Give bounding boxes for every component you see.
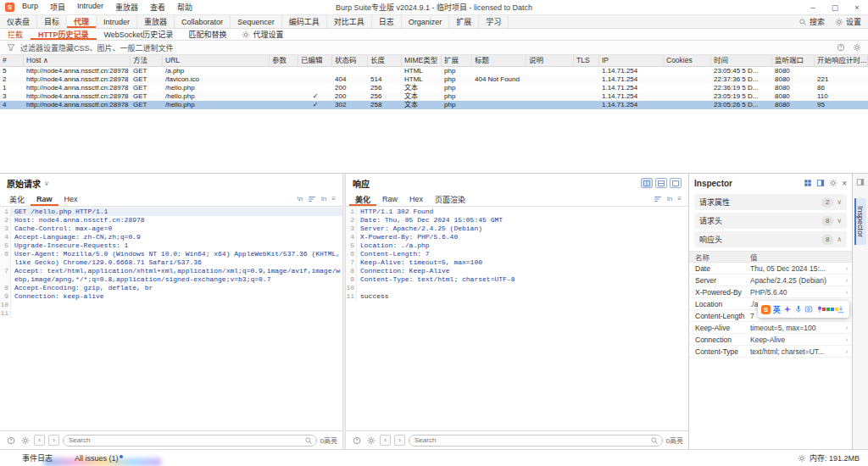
header-row[interactable]: X-Powered-ByPHP/5.6.40›: [689, 286, 852, 298]
download-icon[interactable]: [837, 304, 846, 314]
screenshot-icon[interactable]: [804, 304, 814, 314]
column-header-方法[interactable]: 方法: [131, 55, 163, 66]
table-row[interactable]: 1http://node4.anna.nssctf.cn:28978GET/he…: [0, 84, 868, 92]
close-button[interactable]: ×: [846, 0, 868, 14]
all-issues-button[interactable]: All issues (1): [75, 454, 123, 463]
main-tab-对比工具[interactable]: 对比工具: [327, 15, 372, 28]
help-icon[interactable]: [353, 436, 361, 445]
main-tab-扩展[interactable]: 扩展: [449, 15, 479, 28]
layout-single-icon[interactable]: [670, 178, 682, 188]
column-header-状态码[interactable]: 状态码: [332, 55, 368, 66]
main-tab-学习[interactable]: 学习: [479, 15, 509, 28]
previous-match-button[interactable]: ‹: [34, 435, 45, 446]
column-header-TLS[interactable]: TLS: [574, 55, 599, 66]
table-row[interactable]: 4http://node4.anna.nssctf.cn:28978GET/he…: [0, 101, 868, 109]
column-header-长度[interactable]: 长度: [368, 55, 402, 66]
column-header-URL[interactable]: URL: [163, 55, 270, 66]
translate-en-icon[interactable]: 英: [772, 304, 782, 314]
main-tab-重放器[interactable]: 重放器: [137, 15, 175, 28]
main-tab-仪表盘[interactable]: 仪表盘: [0, 15, 37, 28]
next-match-button[interactable]: ›: [394, 435, 405, 446]
gear-icon[interactable]: [367, 436, 376, 445]
main-tab-代理[interactable]: 代理: [67, 15, 97, 28]
gear-icon[interactable]: [829, 179, 837, 187]
word-wrap-icon[interactable]: [308, 195, 316, 203]
inspector-vertical-tab[interactable]: Inspector: [854, 198, 866, 245]
stranslate-logo[interactable]: S: [761, 304, 771, 314]
column-header-IP[interactable]: IP: [599, 55, 664, 66]
menu-item-Burp[interactable]: Burp: [22, 2, 38, 13]
help-icon[interactable]: [7, 436, 15, 445]
global-search-button[interactable]: 搜索: [798, 16, 825, 27]
column-header-标题[interactable]: 标题: [472, 55, 526, 66]
color-grid-icon[interactable]: [826, 304, 835, 314]
line-numbers-icon[interactable]: ln: [667, 196, 672, 202]
inspector-section-请求属性[interactable]: 请求属性2∨: [694, 194, 847, 210]
grid-view-icon[interactable]: [804, 179, 812, 187]
header-row[interactable]: ConnectionKeep-Alive›: [689, 334, 852, 346]
main-tab-编码工具[interactable]: 编码工具: [282, 15, 327, 28]
menu-item-查看[interactable]: 查看: [150, 2, 165, 13]
request-search-input[interactable]: [63, 435, 317, 447]
gear-icon[interactable]: [798, 454, 806, 463]
response-tab-页面渲染[interactable]: 页面渲染: [429, 192, 471, 206]
main-tab-日志[interactable]: 日志: [372, 15, 402, 28]
column-header-扩展[interactable]: 扩展: [442, 55, 472, 66]
gear-icon[interactable]: [21, 436, 30, 445]
column-header-Cookies[interactable]: Cookies: [664, 55, 711, 66]
column-header-时间[interactable]: 时间: [711, 55, 772, 66]
filter-bar[interactable]: 过滤器设置隐藏CSS、图片、一般二进制文件: [0, 41, 868, 55]
inspector-section-请求头[interactable]: 请求头8∨: [694, 213, 847, 229]
menu-item-Intruder[interactable]: Intruder: [77, 2, 103, 13]
header-row[interactable]: Keep-Alivetimeout=5, max=100›: [689, 322, 852, 334]
line-numbers-icon[interactable]: ln: [321, 196, 326, 202]
request-tab-美化[interactable]: 美化: [3, 192, 31, 206]
dock-right-icon[interactable]: [816, 179, 825, 187]
response-tab-美化[interactable]: 美化: [349, 192, 376, 206]
editor-menu-icon[interactable]: ≡: [331, 196, 336, 202]
response-editor[interactable]: 1HTTP/1.1 302 Found2Date: Thu, 05 Dec 20…: [346, 207, 688, 430]
column-header-监听端口[interactable]: 监听端口: [772, 55, 815, 66]
sparkle-icon[interactable]: [782, 304, 792, 314]
header-row[interactable]: DateThu, 05 Dec 2024 15:...›: [689, 263, 852, 275]
column-header-已编辑[interactable]: 已编辑: [298, 55, 332, 66]
main-tab-目标[interactable]: 目标: [37, 15, 67, 28]
response-tab-Hex[interactable]: Hex: [403, 192, 429, 206]
table-row[interactable]: 3http://node4.anna.nssctf.cn:28978GET/he…: [0, 92, 868, 101]
header-row[interactable]: Content-Typetext/html; charset=UT...›: [689, 346, 852, 358]
show-newlines-icon[interactable]: \n: [297, 196, 303, 202]
column-header-MIME类型[interactable]: MIME类型: [402, 55, 442, 66]
table-row[interactable]: 2http://node4.anna.nssctf.cn:28978GET/fa…: [0, 75, 868, 84]
previous-match-button[interactable]: ‹: [380, 435, 391, 446]
sub-tab-WebSocket历史记录[interactable]: WebSocket历史记录: [97, 29, 181, 40]
layout-rows-icon[interactable]: [655, 178, 667, 188]
main-tab-Intruder[interactable]: Intruder: [97, 15, 137, 28]
sub-tab-拦截[interactable]: 拦截: [0, 29, 31, 40]
menu-item-帮助[interactable]: 帮助: [177, 2, 192, 13]
minimize-button[interactable]: –: [802, 0, 824, 14]
menu-item-项目[interactable]: 项目: [50, 2, 65, 13]
editor-menu-icon[interactable]: ≡: [677, 196, 682, 202]
help-icon[interactable]: [837, 43, 845, 52]
request-tab-Raw[interactable]: Raw: [31, 192, 58, 206]
layout-columns-icon[interactable]: [641, 178, 653, 188]
request-editor[interactable]: 1GET /hello.php HTTP/1.12Host: node4.ann…: [0, 207, 342, 430]
event-log-button[interactable]: 事件日志: [22, 452, 53, 463]
sub-tab-代理设置[interactable]: 代理设置: [234, 29, 291, 40]
inspector-section-响应头[interactable]: 响应头8∧: [694, 231, 847, 247]
header-row[interactable]: ServerApache/2.4.25 (Debian)›: [689, 275, 852, 286]
close-icon[interactable]: ×: [842, 179, 847, 188]
column-header-说明[interactable]: 说明: [526, 55, 574, 66]
sub-tab-匹配和替换[interactable]: 匹配和替换: [181, 29, 234, 40]
main-tab-Collaborator[interactable]: Collaborator: [175, 15, 231, 28]
column-header-开始响应计时...[interactable]: 开始响应计时...: [815, 55, 868, 66]
collapse-panel-icon[interactable]: [856, 178, 865, 186]
main-tab-Organizer[interactable]: Organizer: [402, 15, 450, 28]
column-header-#[interactable]: #: [0, 55, 24, 66]
menu-item-重放器[interactable]: 重放器: [115, 2, 138, 13]
gear-icon[interactable]: [853, 43, 861, 52]
column-header-参数[interactable]: 参数: [270, 55, 298, 66]
word-wrap-icon[interactable]: [654, 195, 662, 203]
column-header-Host[interactable]: Host ∧: [24, 55, 131, 66]
request-panel-title[interactable]: 原始请求: [7, 177, 41, 190]
